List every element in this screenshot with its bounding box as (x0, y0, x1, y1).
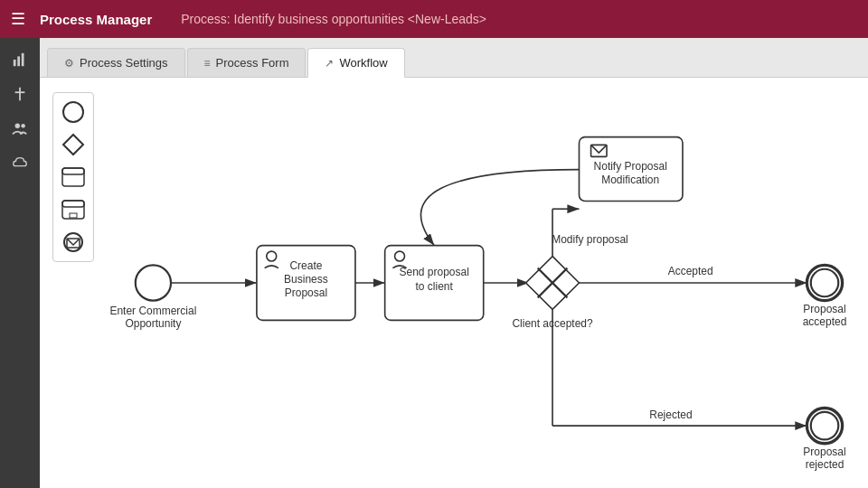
tabs-bar: ⚙ Process Settings ≡ Process Form ↗ Work… (40, 38, 868, 78)
app-title: Process Manager (40, 12, 152, 27)
tab-form-label: Process Form (216, 56, 289, 70)
start-event-label2: Opportunity (125, 317, 181, 330)
tab-workflow-label: Workflow (339, 56, 387, 70)
end-accepted-label2: accepted (803, 315, 847, 328)
tab-process-settings[interactable]: ⚙ Process Settings (47, 48, 185, 77)
form-icon: ≡ (204, 57, 211, 70)
sidebar-cloud-icon[interactable] (5, 148, 34, 177)
end-rejected-label1: Proposal (803, 446, 845, 458)
start-event-label: Enter Commercial (109, 305, 196, 317)
sidebar-people-icon[interactable] (5, 114, 34, 143)
task-send-label2: to client (416, 280, 454, 293)
start-event[interactable] (136, 265, 171, 300)
tab-process-form[interactable]: ≡ Process Form (187, 48, 307, 77)
topbar: ☰ Process Manager Process: Identify busi… (0, 0, 868, 38)
menu-icon[interactable]: ☰ (11, 9, 25, 29)
edge-rejected-label: Rejected (649, 408, 692, 421)
end-accepted-label1: Proposal (803, 303, 845, 315)
end-rejected-label2: rejected (806, 458, 844, 471)
sidebar-pin-icon[interactable] (5, 80, 34, 108)
tab-workflow[interactable]: ↗ Workflow (307, 48, 404, 78)
settings-icon: ⚙ (64, 57, 74, 70)
svg-point-5 (15, 124, 20, 128)
task-create-label2: Business (284, 273, 328, 286)
process-name: Process: Identify business opportunities… (181, 12, 486, 26)
task-send-label1: Send proposal (400, 266, 469, 278)
sidebar (0, 38, 40, 488)
diagram-svg: Enter Commercial Opportunity Create Busi… (40, 78, 868, 488)
workflow-icon: ↗ (325, 57, 334, 70)
task-notify-label1: Notify Proposal (594, 160, 667, 173)
svg-rect-0 (14, 60, 16, 66)
main-content: Enter Commercial Opportunity Create Busi… (40, 78, 868, 488)
end-event-accepted[interactable] (807, 265, 842, 300)
sidebar-chart-icon[interactable] (5, 45, 34, 74)
end-event-rejected[interactable] (807, 408, 842, 443)
svg-rect-2 (22, 53, 24, 66)
edge-accepted-label: Accepted (668, 265, 713, 277)
tab-settings-label: Process Settings (80, 56, 168, 70)
task-create-label3: Proposal (285, 286, 327, 299)
task-create-label1: Create (289, 259, 322, 272)
workflow-canvas[interactable]: Enter Commercial Opportunity Create Busi… (40, 78, 868, 488)
task-notify-label2: Modification (601, 174, 659, 186)
svg-point-6 (21, 124, 25, 128)
edge-modify-label: Modify proposal (552, 233, 628, 246)
svg-rect-1 (17, 56, 20, 66)
